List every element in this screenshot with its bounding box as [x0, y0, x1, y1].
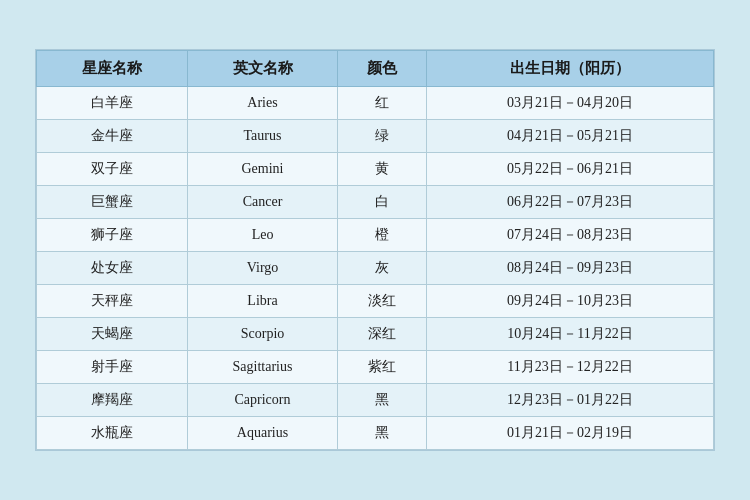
table-row: 狮子座Leo橙07月24日－08月23日: [37, 219, 714, 252]
cell-r10-c2: 黑: [338, 417, 427, 450]
cell-r3-c0: 巨蟹座: [37, 186, 188, 219]
cell-r9-c3: 12月23日－01月22日: [427, 384, 714, 417]
cell-r2-c0: 双子座: [37, 153, 188, 186]
cell-r5-c3: 08月24日－09月23日: [427, 252, 714, 285]
cell-r3-c3: 06月22日－07月23日: [427, 186, 714, 219]
column-header: 颜色: [338, 51, 427, 87]
cell-r2-c2: 黄: [338, 153, 427, 186]
column-header: 星座名称: [37, 51, 188, 87]
cell-r0-c0: 白羊座: [37, 87, 188, 120]
cell-r8-c2: 紫红: [338, 351, 427, 384]
cell-r3-c1: Cancer: [187, 186, 338, 219]
table-row: 白羊座Aries红03月21日－04月20日: [37, 87, 714, 120]
table-row: 巨蟹座Cancer白06月22日－07月23日: [37, 186, 714, 219]
cell-r7-c2: 深红: [338, 318, 427, 351]
cell-r1-c1: Taurus: [187, 120, 338, 153]
cell-r7-c1: Scorpio: [187, 318, 338, 351]
table-row: 天秤座Libra淡红09月24日－10月23日: [37, 285, 714, 318]
cell-r7-c3: 10月24日－11月22日: [427, 318, 714, 351]
table-row: 处女座Virgo灰08月24日－09月23日: [37, 252, 714, 285]
column-header: 英文名称: [187, 51, 338, 87]
table-header-row: 星座名称英文名称颜色出生日期（阳历）: [37, 51, 714, 87]
cell-r6-c3: 09月24日－10月23日: [427, 285, 714, 318]
cell-r8-c3: 11月23日－12月22日: [427, 351, 714, 384]
cell-r4-c0: 狮子座: [37, 219, 188, 252]
table-row: 双子座Gemini黄05月22日－06月21日: [37, 153, 714, 186]
cell-r6-c1: Libra: [187, 285, 338, 318]
cell-r1-c0: 金牛座: [37, 120, 188, 153]
cell-r6-c0: 天秤座: [37, 285, 188, 318]
cell-r10-c0: 水瓶座: [37, 417, 188, 450]
cell-r0-c1: Aries: [187, 87, 338, 120]
zodiac-table: 星座名称英文名称颜色出生日期（阳历） 白羊座Aries红03月21日－04月20…: [36, 50, 714, 450]
table-row: 水瓶座Aquarius黑01月21日－02月19日: [37, 417, 714, 450]
cell-r4-c1: Leo: [187, 219, 338, 252]
column-header: 出生日期（阳历）: [427, 51, 714, 87]
cell-r4-c2: 橙: [338, 219, 427, 252]
cell-r10-c1: Aquarius: [187, 417, 338, 450]
cell-r9-c0: 摩羯座: [37, 384, 188, 417]
table-row: 射手座Sagittarius紫红11月23日－12月22日: [37, 351, 714, 384]
cell-r9-c2: 黑: [338, 384, 427, 417]
cell-r3-c2: 白: [338, 186, 427, 219]
table-row: 摩羯座Capricorn黑12月23日－01月22日: [37, 384, 714, 417]
cell-r7-c0: 天蝎座: [37, 318, 188, 351]
cell-r5-c1: Virgo: [187, 252, 338, 285]
cell-r2-c3: 05月22日－06月21日: [427, 153, 714, 186]
cell-r0-c3: 03月21日－04月20日: [427, 87, 714, 120]
zodiac-table-container: 星座名称英文名称颜色出生日期（阳历） 白羊座Aries红03月21日－04月20…: [35, 49, 715, 451]
cell-r5-c0: 处女座: [37, 252, 188, 285]
cell-r8-c1: Sagittarius: [187, 351, 338, 384]
cell-r6-c2: 淡红: [338, 285, 427, 318]
table-row: 金牛座Taurus绿04月21日－05月21日: [37, 120, 714, 153]
table-row: 天蝎座Scorpio深红10月24日－11月22日: [37, 318, 714, 351]
cell-r0-c2: 红: [338, 87, 427, 120]
cell-r1-c2: 绿: [338, 120, 427, 153]
cell-r1-c3: 04月21日－05月21日: [427, 120, 714, 153]
cell-r5-c2: 灰: [338, 252, 427, 285]
cell-r8-c0: 射手座: [37, 351, 188, 384]
cell-r10-c3: 01月21日－02月19日: [427, 417, 714, 450]
cell-r9-c1: Capricorn: [187, 384, 338, 417]
cell-r4-c3: 07月24日－08月23日: [427, 219, 714, 252]
cell-r2-c1: Gemini: [187, 153, 338, 186]
